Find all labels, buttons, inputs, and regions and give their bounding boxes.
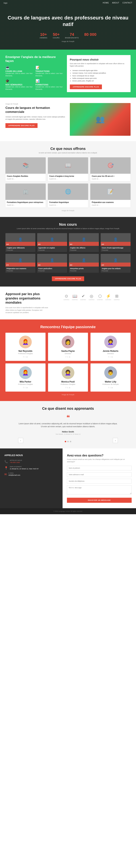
form-name-field[interactable] (67, 466, 132, 470)
nos-cours-title: Nos cours (5, 222, 131, 226)
instagram-icon-1[interactable]: in (69, 356, 70, 358)
learn-more-button-1[interactable]: APPRENDRE ENCORE PLUS (70, 85, 102, 89)
phone-input[interactable] (67, 479, 132, 484)
facebook-icon-0[interactable]: f (23, 356, 24, 358)
cours-en-ligne-text: Sample text. Click to select. Use Your E… (5, 72, 33, 77)
facebook-icon-2[interactable]: f (108, 356, 109, 358)
twitter-icon-3[interactable]: t (25, 387, 25, 389)
nos-cours-btn-container: APPRENDRE ENCORE PLUS (5, 276, 131, 281)
formations-title: FORMATIONS (36, 84, 64, 86)
message-textarea[interactable] (67, 485, 132, 494)
offrons-card-3: 🏢 Formations linguistiques pour entrepri… (5, 184, 46, 208)
instagram-icon-4[interactable]: in (69, 387, 70, 389)
next-arrow[interactable]: › (113, 438, 118, 443)
main-nav[interactable]: HOME ABOUT CONTACT (100, 2, 132, 4)
cours-langues-image: 👥 (70, 103, 131, 136)
member-0-socials[interactable]: f t in (8, 356, 43, 358)
member-5-socials[interactable]: f t in (93, 387, 128, 389)
offrons-card-4-title: Formation linguistique (49, 201, 87, 203)
seminaires-title: NOS SÉMINAIRES (5, 84, 33, 86)
contact-left-title: APPELEZ-NOUS (4, 454, 58, 457)
dot-0[interactable] (65, 441, 66, 442)
form-phone-field[interactable] (67, 479, 132, 484)
instagram-icon-0[interactable]: in (26, 356, 28, 358)
green-item-3: 📊 FORMATIONS Sample text. Click to selec… (36, 79, 64, 90)
member-3-name: Mila Parker (8, 380, 43, 383)
form-phone-row (67, 479, 132, 484)
offrons-section: Ce que nous offrons Ut enim ad minim ven… (0, 141, 136, 217)
cours-card-4-body: Préparation aux examens Présentiel (5, 267, 35, 273)
facebook-icon-3[interactable]: f (23, 387, 24, 389)
cours-card-0-price: $49 (6, 244, 9, 245)
member-3-socials[interactable]: f t in (8, 387, 43, 389)
member-4-socials[interactable]: f t in (50, 387, 86, 389)
twitter-icon-0[interactable]: t (25, 356, 25, 358)
cours-langues-left: Image de Freepik Cours de langues et for… (5, 103, 70, 128)
dot-2[interactable] (70, 441, 71, 442)
contact-right-text: Fusce a ipsum email au nem justo, los ch… (67, 458, 132, 463)
cours-card-4-info: Présentiel (6, 270, 34, 272)
equipe-grid: 👩‍🦰 Nat Reynolds Professeur d'anglais f … (5, 333, 131, 392)
offrons-card-3-image: 🏢 (5, 184, 46, 200)
cours-card-3-image: 👤 $45 (101, 233, 131, 246)
instagram-icon-3[interactable]: in (26, 387, 28, 389)
cours-card-7-price: $35 (102, 264, 104, 266)
cours-card-2-info: Présentiel (70, 249, 98, 251)
dot-1[interactable] (67, 441, 69, 442)
instagram-icon-5[interactable]: in (111, 387, 113, 389)
twitter-icon-1[interactable]: t (67, 356, 68, 358)
logo-item-5: ⚡ CONTEX (105, 294, 111, 300)
traductions-text: Sample text. Click to select. Use Your E… (36, 72, 64, 77)
form-email-field[interactable] (67, 472, 132, 477)
formations-text: Sample text. Click to select. Use Your E… (36, 86, 64, 90)
nav-about[interactable]: ABOUT (112, 2, 119, 4)
member-3-role: Professeur d'anglais (8, 383, 43, 385)
member-2-socials[interactable]: f t in (93, 356, 128, 358)
member-0-name: Nat Reynolds (8, 350, 43, 352)
footer: © 2024 Language School. All rights reser… (0, 508, 136, 514)
member-1-socials[interactable]: f t in (50, 356, 86, 358)
logo-label-5: CONTEX (105, 299, 111, 300)
offrons-card-5-image: 📝 (90, 184, 131, 200)
submit-button[interactable]: ENVOYER UN MESSAGE (67, 498, 132, 503)
stat-3: 80 000 (84, 32, 96, 39)
name-input[interactable] (67, 466, 132, 470)
nav-home[interactable]: HOME (103, 2, 109, 4)
member-5-role: Professeur de français (93, 383, 128, 385)
nav-contact[interactable]: CONTACT (123, 2, 132, 4)
stat-2: 74 Enseignants (65, 32, 79, 39)
cours-card-5: 👤 $80 Cours particuliers Présentiel (37, 254, 67, 273)
cours-card-0-image: 👤 $49 (5, 233, 35, 246)
logo-icon-1: 📖 (72, 294, 77, 299)
cours-card-1-image: 👤 $55 (37, 233, 67, 246)
learn-more-button-2[interactable]: APPRENDRE ENCORE PLUS (5, 123, 38, 128)
email-input[interactable] (67, 472, 132, 477)
cours-card-4: 👤 $70 Préparation aux examens Présentiel (5, 254, 35, 273)
facebook-icon-1[interactable]: f (66, 356, 66, 358)
cours-card-3-info: Présentiel (102, 249, 130, 251)
offrons-card-1-image: 📖 (48, 157, 88, 174)
hero-stats: 10+ Années 50+ Cours 74 Enseignants 80 0… (7, 32, 129, 39)
facebook-icon-4[interactable]: f (66, 387, 66, 389)
offrons-card-0-image: 📚 (5, 157, 46, 174)
approuve-text: Duis aute irure dolor in reprehenderit i… (5, 307, 49, 314)
form-message-field[interactable] (67, 485, 132, 495)
instagram-icon-2[interactable]: in (111, 356, 113, 358)
equipe-img-label: Image de Freepik (5, 394, 131, 396)
learn-more-button-3[interactable]: APPRENDRE ENCORE PLUS (52, 276, 84, 281)
cours-card-7-image: 👤 $35 (101, 254, 131, 267)
cours-card-3-title: Cours d'auto-apprentissage (102, 247, 130, 249)
quote-arrows[interactable]: ‹ › (18, 438, 118, 443)
phone-value: +56 800 1000 (10, 462, 22, 463)
facebook-icon-5[interactable]: f (108, 387, 109, 389)
member-1-name: Sasha Payne (50, 350, 86, 352)
offrons-card-5: 📝 Préparation aux examens A partir de ..… (90, 184, 131, 208)
logo-icon-6: ⊞ (115, 294, 118, 299)
cours-card-7: 👤 $35 Anglais pour les enfants Présentie… (101, 254, 131, 273)
quote-icon: ❝ (18, 414, 118, 421)
prev-arrow[interactable]: ‹ (18, 438, 23, 443)
equipe-title: Rencontrez l'équipe passionnée (5, 325, 131, 329)
twitter-icon-2[interactable]: t (110, 356, 110, 358)
twitter-icon-5[interactable]: t (110, 387, 110, 389)
twitter-icon-4[interactable]: t (67, 387, 68, 389)
